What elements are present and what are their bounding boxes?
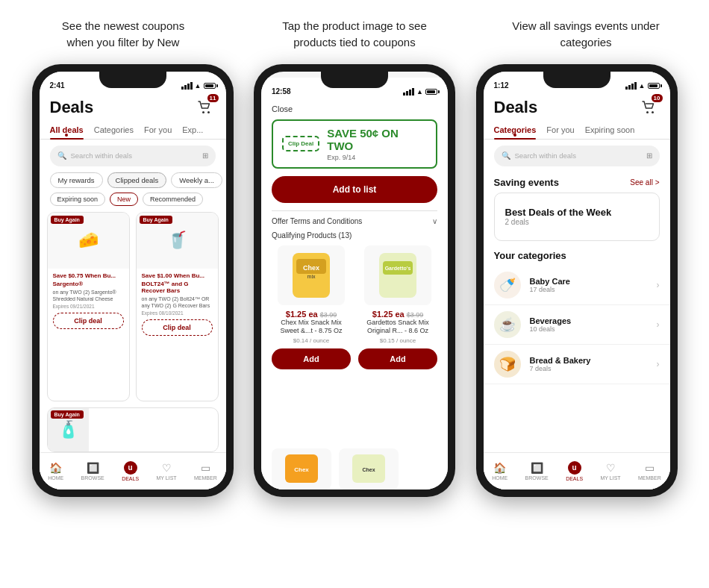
add-to-list-btn[interactable]: Add to list: [272, 176, 437, 203]
sub-chip-recommended[interactable]: Recommended: [143, 193, 203, 206]
mylist-icon-1: ♡: [162, 462, 172, 474]
deals-title-3: Deals: [494, 98, 538, 117]
sub-chips-1: Expiring soon New Recommended: [40, 193, 226, 206]
deals-header-1: Deals 11: [40, 93, 226, 121]
see-all-btn[interactable]: See all >: [630, 178, 659, 187]
chip-my-rewards[interactable]: My rewards: [50, 172, 103, 188]
tab-categories-3[interactable]: Categories: [494, 121, 537, 139]
category-count-1: 10 deals: [530, 325, 648, 333]
modal-header: Close: [261, 98, 448, 119]
chevron-icon-1: ›: [657, 319, 660, 330]
qualifying-header: Qualifying Products (13): [261, 231, 448, 245]
search-icon-1: 🔍: [57, 151, 66, 160]
product-card-1[interactable]: Chex mix $1.25 ea $3.99 Chex Mix Snack M…: [272, 245, 351, 442]
nav-home-1[interactable]: 🏠 HOME: [48, 462, 63, 481]
u-icon-3: u: [568, 461, 581, 475]
tab-categories-1[interactable]: Categories: [94, 121, 134, 139]
close-button[interactable]: Close: [272, 104, 293, 113]
buy-again-badge-1: Buy Again: [51, 216, 84, 224]
search-icon-3: 🔍: [502, 151, 510, 160]
deal2-name: BOLT24™ and G Recover Bars: [142, 281, 213, 294]
nav-deals-1[interactable]: u DEALS: [122, 461, 139, 481]
saving-events-title: Saving events: [494, 177, 559, 188]
nav-home-3[interactable]: 🏠 HOME: [492, 462, 507, 481]
phone3-content: Deals 10 Categories For you Expiring soo…: [484, 93, 670, 490]
coupon-banner: Clip Deal SAVE 50¢ ON TWO Exp. 9/14: [272, 119, 437, 169]
event-card[interactable]: Best Deals of the Week 2 deals: [494, 193, 660, 241]
sub-chip-new[interactable]: New: [110, 193, 138, 206]
phone3: 1:12 ▲ Deals 10: [476, 64, 678, 497]
clip-btn-2[interactable]: Clip deal: [142, 319, 213, 336]
mylist-icon-3: ♡: [606, 462, 616, 474]
product2-img[interactable]: Gardetto's: [364, 245, 431, 305]
category-item-0[interactable]: 🍼 Baby Care 17 deals ›: [484, 266, 670, 305]
tab-exp-1[interactable]: Exp...: [182, 121, 203, 139]
category-count-2: 7 deals: [530, 365, 648, 372]
notch3: [543, 72, 610, 88]
home-icon-1: 🏠: [49, 462, 62, 474]
buy-again-badge-3: Buy Again: [51, 410, 84, 419]
phone1-content: Deals 11 All deals Categories For you Ex…: [40, 93, 226, 490]
deal-card-1[interactable]: Buy Again 🧀 Save $0.75 When Bu... Sargen…: [47, 212, 130, 401]
add-btn-2[interactable]: Add: [358, 348, 437, 369]
offer-terms[interactable]: Offer Terms and Conditions ∨: [272, 210, 437, 225]
category-item-2[interactable]: 🍞 Bread & Bakery 7 deals ›: [484, 345, 670, 384]
chip-clipped-deals[interactable]: Clipped deals: [107, 172, 167, 188]
nav-member-1[interactable]: ▭ MEMBER: [194, 462, 217, 481]
status-time-1: 2:41: [50, 81, 65, 90]
sub-chip-expiring[interactable]: Expiring soon: [50, 193, 106, 206]
phone2: 12:58 ▲ Close Clip Deal: [254, 64, 455, 497]
nav-mylist-3[interactable]: ♡ MY LIST: [601, 462, 621, 481]
cart-count-3: 10: [652, 94, 663, 102]
add-btn-1[interactable]: Add: [272, 348, 351, 369]
notch1: [99, 72, 166, 88]
clip-deal-badge[interactable]: Clip Deal: [282, 136, 319, 151]
tab-for-you-3[interactable]: For you: [546, 121, 574, 139]
tab-all-deals[interactable]: All deals: [50, 121, 84, 139]
category-icon-bread: 🍞: [494, 351, 521, 378]
deal1-desc: on any TWO (2) Sargento® Shredded Natura…: [53, 289, 124, 302]
more-product-2[interactable]: Chex: [339, 448, 399, 490]
search-bar-1[interactable]: 🔍 Search within deals ⊞: [50, 146, 216, 166]
product1-name: Chex Mix Snack Mix Sweet &...t - 8.75 Oz: [272, 319, 351, 336]
nav-browse-3[interactable]: 🔲 BROWSE: [525, 462, 549, 481]
tabs-row-1: All deals Categories For you Exp...: [40, 121, 226, 140]
notch2: [321, 72, 388, 88]
category-item-1[interactable]: ☕ Beverages 10 deals ›: [484, 305, 670, 345]
chevron-down-icon: ∨: [432, 217, 437, 225]
deals-grid: Buy Again 🧀 Save $0.75 When Bu... Sargen…: [40, 212, 226, 401]
nav-mylist-1[interactable]: ♡ MY LIST: [157, 462, 177, 481]
wifi-icon-1: ▲: [195, 82, 202, 90]
search-bar-3[interactable]: 🔍 Search within deals ⊞: [494, 146, 660, 166]
deal2-img: 🥤: [157, 220, 198, 261]
bottom-card-img: 🧴: [58, 420, 78, 440]
clip-btn-1[interactable]: Clip deal: [53, 313, 124, 329]
nav-browse-1[interactable]: 🔲 BROWSE: [81, 462, 104, 481]
svg-text:mix: mix: [307, 274, 316, 279]
nav-member-3[interactable]: ▭ MEMBER: [638, 462, 661, 481]
tab-for-you-1[interactable]: For you: [144, 121, 172, 139]
category-name-1: Beverages: [530, 316, 648, 325]
svg-text:Chex: Chex: [362, 467, 375, 472]
more-product-1[interactable]: Chex: [272, 448, 331, 490]
cart-badge-1[interactable]: 11: [195, 97, 216, 118]
member-icon-3: ▭: [645, 462, 655, 474]
svg-text:Gardetto's: Gardetto's: [385, 266, 411, 271]
chevron-icon-2: ›: [657, 359, 660, 369]
product-card-2[interactable]: Gardetto's $1.25 ea $3.99 Gardettos Snac…: [358, 245, 437, 442]
saving-events: Saving events See all > Best Deals of th…: [484, 172, 670, 244]
chip-weekly[interactable]: Weekly a...: [171, 172, 222, 188]
svg-point-0: [202, 111, 204, 113]
home-icon-3: 🏠: [493, 462, 506, 474]
phone2-content: Close Clip Deal SAVE 50¢ ON TWO Exp. 9/1…: [261, 98, 448, 490]
deal-card-2[interactable]: Buy Again 🥤 Save $1.00 When Bu... BOLT24…: [136, 212, 219, 401]
tab-expiring-3[interactable]: Expiring soon: [585, 121, 635, 139]
member-icon-1: ▭: [201, 462, 210, 474]
cart-badge-3[interactable]: 10: [639, 97, 660, 118]
nav-deals-3[interactable]: u DEALS: [566, 461, 583, 481]
category-count-0: 17 deals: [530, 286, 648, 293]
product1-img[interactable]: Chex mix: [278, 245, 345, 305]
bottom-nav-1: 🏠 HOME 🔲 BROWSE u DEALS ♡ MY LIST: [40, 452, 226, 490]
browse-icon-3: 🔲: [531, 462, 543, 474]
event-subtitle: 2 deals: [505, 218, 649, 226]
